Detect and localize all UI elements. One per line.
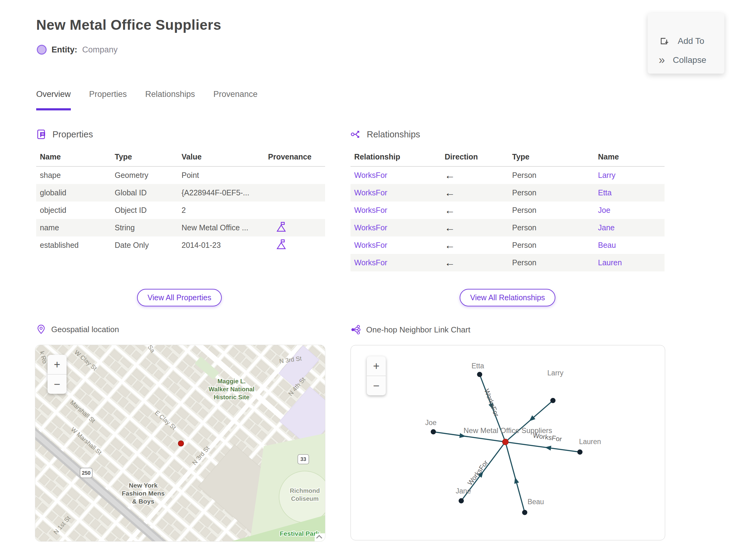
chart-zoom-out-button[interactable]: − <box>367 376 386 395</box>
collapse-label: Collapse <box>673 55 706 65</box>
relationship-link[interactable]: WorksFor <box>351 223 441 232</box>
table-row: WorksFor ← Person Beau <box>351 236 665 254</box>
entity-name-link[interactable]: Lauren <box>594 258 665 267</box>
place-label: Richmond <box>290 487 320 494</box>
view-all-properties-button[interactable]: View All Properties <box>137 289 222 306</box>
chevron-up-icon <box>316 535 322 541</box>
relationship-link[interactable]: WorksFor <box>351 258 441 267</box>
entity-type-value: Company <box>82 45 118 55</box>
place-label: Fashion Mens <box>122 490 165 497</box>
properties-section-header: Properties <box>36 129 93 140</box>
rel-type: Person <box>508 188 594 197</box>
provenance-flag-icon[interactable] <box>276 221 286 232</box>
one-hop-icon <box>351 324 361 335</box>
direction-arrow: ← <box>441 187 508 199</box>
direction-arrow: ← <box>441 204 508 216</box>
node-lauren[interactable] <box>577 450 583 455</box>
chart-zoom-in-button[interactable]: + <box>367 356 386 376</box>
relationship-link[interactable]: WorksFor <box>351 171 441 180</box>
prop-value: 2014-01-23 <box>178 241 264 250</box>
table-row: shape Geometry Point <box>36 167 325 184</box>
view-all-relationships-button[interactable]: View All Relationships <box>460 289 555 306</box>
provenance-flag-icon[interactable] <box>276 239 286 250</box>
prop-name: globalid <box>36 188 111 197</box>
table-row: WorksFor ← Person Etta <box>351 184 665 201</box>
entity-details-page: New Metal Office Suppliers Entity: Compa… <box>0 0 736 560</box>
table-row: WorksFor ← Person Lauren <box>351 254 665 271</box>
map-zoom-out-button[interactable]: − <box>48 374 67 394</box>
linkchart-section-title: One-hop Neighbor Link Chart <box>366 325 470 335</box>
rel-type: Person <box>508 258 594 267</box>
table-row: name String New Metal Office ... <box>36 219 325 236</box>
node-larry[interactable] <box>550 398 556 403</box>
link-chart-panel: WorksFor WorksFor WorksFor New Metal Off… <box>351 345 665 540</box>
place-label: & Boys <box>132 498 154 505</box>
node-center-company[interactable] <box>502 439 508 445</box>
table-row: established Date Only 2014-01-23 <box>36 236 325 254</box>
map-zoom-in-button[interactable]: + <box>48 355 67 374</box>
node-beau[interactable] <box>522 510 527 515</box>
collapse-button[interactable]: » Collapse <box>659 55 706 65</box>
prop-value: New Metal Office ... <box>178 223 264 232</box>
svg-text:33: 33 <box>301 456 306 462</box>
table-row: globalid Global ID {A228944F-0EF5-... <box>36 184 325 201</box>
tab-relationships[interactable]: Relationships <box>145 90 195 110</box>
map-zoom-control: + − <box>48 355 67 394</box>
entity-name-link[interactable]: Larry <box>594 171 665 180</box>
properties-table: Name Type Value Provenance shape Geometr… <box>36 147 325 254</box>
entity-name-link[interactable]: Etta <box>594 188 665 197</box>
properties-table-header: Name Type Value Provenance <box>36 147 325 167</box>
node-joe[interactable] <box>431 429 436 435</box>
map-pin-icon <box>36 324 46 334</box>
entity-name-link[interactable]: Jane <box>594 223 665 232</box>
add-to-button[interactable]: Add To <box>659 36 704 47</box>
map-panel: k Ro Sa W Clay St Marshall St W Marshall… <box>35 345 325 541</box>
prop-type: Geometry <box>111 171 178 180</box>
node-etta[interactable] <box>477 372 482 377</box>
node-label: Jane <box>456 487 471 495</box>
entity-name-link[interactable]: Joe <box>594 206 665 215</box>
tab-properties[interactable]: Properties <box>89 90 127 110</box>
direction-arrow: ← <box>441 222 508 234</box>
prop-type: Date Only <box>111 241 178 250</box>
relationship-link[interactable]: WorksFor <box>351 206 441 215</box>
table-row: WorksFor ← Person Jane <box>351 219 665 236</box>
place-label: Maggie L. <box>217 378 246 385</box>
properties-section-title: Properties <box>52 129 93 140</box>
place-label: Walker National <box>209 386 254 393</box>
direction-arrow: ← <box>441 239 508 251</box>
rel-type: Person <box>508 223 594 232</box>
prop-type: Global ID <box>111 188 178 197</box>
prop-name: established <box>36 241 111 250</box>
node-label: Joe <box>425 419 436 427</box>
prop-value: Point <box>178 171 264 180</box>
node-jane[interactable] <box>459 498 464 504</box>
relationships-section-title: Relationships <box>367 129 420 140</box>
prop-name: name <box>36 223 111 232</box>
relationship-link[interactable]: WorksFor <box>351 188 441 197</box>
tab-overview[interactable]: Overview <box>36 90 71 110</box>
col-header: Type <box>508 152 594 161</box>
node-label: Larry <box>547 369 564 377</box>
map-canvas[interactable]: k Ro Sa W Clay St Marshall St W Marshall… <box>35 345 325 541</box>
tab-provenance[interactable]: Provenance <box>213 90 258 110</box>
entity-label: Entity: <box>52 45 77 55</box>
rel-type: Person <box>508 206 594 215</box>
table-row: WorksFor ← Person Larry <box>351 167 665 184</box>
map-attribution-toggle[interactable] <box>315 533 325 541</box>
col-header: Relationship <box>351 152 441 161</box>
linkchart-section-header: One-hop Neighbor Link Chart <box>351 324 470 335</box>
route-shield-250: 250 <box>80 468 92 478</box>
rel-type: Person <box>508 241 594 250</box>
add-to-icon <box>659 36 670 47</box>
place-label: Festival Park <box>280 530 320 537</box>
entity-name-link[interactable]: Beau <box>594 241 665 250</box>
table-row: objectid Object ID 2 <box>36 201 325 219</box>
place-label: Historic Site <box>214 394 250 401</box>
relationship-link[interactable]: WorksFor <box>351 241 441 250</box>
node-label: Beau <box>527 498 544 506</box>
edge-label: WorksFor <box>483 388 500 418</box>
link-chart-canvas[interactable]: WorksFor WorksFor WorksFor New Metal Off… <box>351 345 665 540</box>
map-marker[interactable] <box>178 441 184 446</box>
prop-value: 2 <box>178 206 264 215</box>
